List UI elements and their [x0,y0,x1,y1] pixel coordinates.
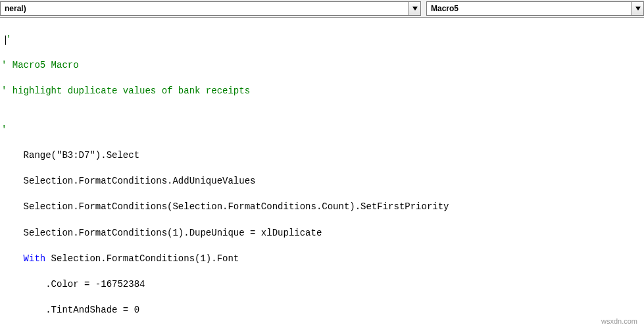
code-editor[interactable]: ' ' Macro5 Macro ' highlight duplicate v… [0,18,644,329]
code-text: Selection.FormatConditions(Selection.For… [24,201,449,212]
procedure-combobox[interactable]: Macro5 [426,1,644,16]
code-text: Range("B3:D7").Select [24,150,139,161]
code-comment: ' [6,34,11,45]
code-indent [1,176,24,186]
code-indent [1,305,45,315]
code-indent [1,253,24,264]
object-combobox[interactable]: neral) [0,1,421,16]
code-indent [1,279,45,290]
code-indent [1,150,24,161]
code-indent [1,228,24,238]
dropdown-bar: neral) Macro5 [0,0,644,18]
code-comment: ' [1,124,7,135]
code-indent [1,201,24,212]
code-comment: ' highlight duplicate values of bank rec… [1,86,250,96]
watermark: wsxdn.com [601,317,637,325]
code-text: .TintAndShade = 0 [45,305,139,315]
procedure-combobox-value: Macro5 [427,3,632,14]
code-keyword: With [24,253,46,264]
object-combobox-value: neral) [1,3,409,14]
code-text: Selection.FormatConditions(1).DupeUnique… [24,228,322,238]
chevron-down-icon[interactable] [632,2,643,15]
code-text: Selection.FormatConditions(1).Font [45,253,239,264]
code-text: .Color = -16752384 [45,279,145,290]
chevron-down-icon[interactable] [409,2,420,15]
code-text: Selection.FormatConditions.AddUniqueValu… [24,176,256,186]
code-comment: ' Macro5 Macro [1,60,79,70]
